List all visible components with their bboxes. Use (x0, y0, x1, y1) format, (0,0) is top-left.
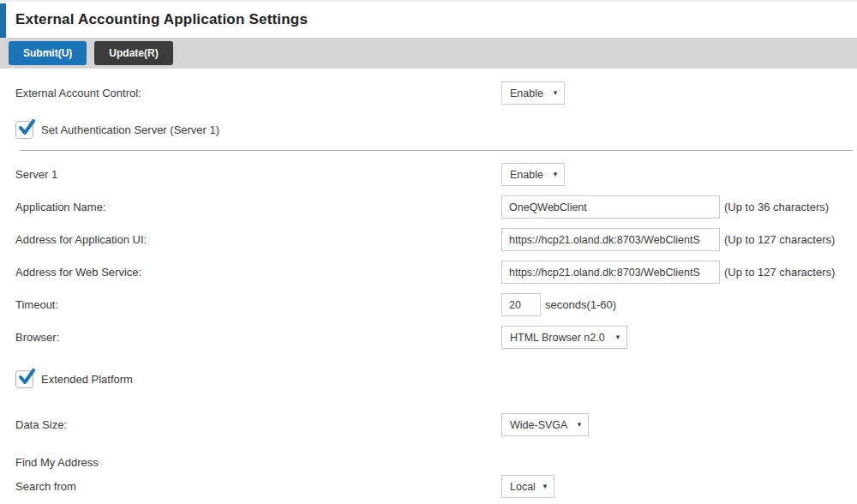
header-accent-bar (0, 3, 6, 38)
row-data-size: Data Size: Wide-SVGA ▼ (15, 413, 857, 436)
address-application-ui-label: Address for Application UI: (15, 233, 501, 246)
application-name-hint: (Up to 36 characters) (724, 201, 829, 213)
data-size-select[interactable]: Wide-SVGA (501, 413, 589, 436)
row-set-auth-server: Set Authentication Server (Server 1) (15, 121, 857, 139)
row-address-application-ui: Address for Application UI: (Up to 127 c… (15, 228, 857, 251)
checkmark-icon (18, 118, 37, 137)
page-title: External Accounting Application Settings (15, 11, 308, 28)
set-auth-server-label: Set Authentication Server (Server 1) (41, 123, 219, 136)
toolbar: Submit(U) Update(R) (0, 38, 857, 69)
address-web-service-label: Address for Web Service: (15, 266, 501, 279)
data-size-select-wrap: Wide-SVGA ▼ (501, 413, 589, 436)
address-web-service-hint: (Up to 127 characters) (724, 266, 835, 279)
address-web-service-input[interactable] (501, 261, 720, 284)
browser-select-wrap: HTML Browser n2.0 ▼ (501, 326, 627, 349)
address-application-ui-hint: (Up to 127 characters) (724, 233, 835, 246)
row-extended-platform: Extended Platform (15, 370, 857, 388)
find-my-address-label: Find My Address (15, 456, 501, 469)
timeout-label: Timeout: (15, 298, 501, 311)
row-address-web-service: Address for Web Service: (Up to 127 char… (15, 261, 857, 284)
update-button[interactable]: Update(R) (94, 41, 172, 65)
page-header: External Accounting Application Settings (0, 0, 857, 38)
timeout-hint: seconds(1-60) (545, 298, 616, 311)
extended-platform-checkbox[interactable] (15, 370, 33, 388)
settings-form: External Account Control: Enable ▼ Set A… (0, 81, 857, 498)
server1-select-wrap: Enable ▼ (501, 163, 565, 186)
external-account-control-select-wrap: Enable ▼ (501, 81, 565, 105)
row-find-my-address: Find My Address (15, 456, 857, 469)
search-from-select[interactable]: Local (501, 475, 554, 498)
search-from-label: Search from (15, 480, 501, 493)
server1-select[interactable]: Enable (501, 163, 565, 186)
server1-label: Server 1 (15, 168, 501, 181)
application-name-label: Application Name: (15, 201, 501, 213)
browser-select[interactable]: HTML Browser n2.0 (501, 326, 627, 349)
row-application-name: Application Name: (Up to 36 characters) (15, 195, 857, 219)
row-external-account-control: External Account Control: Enable ▼ (15, 81, 857, 105)
checkmark-icon (18, 368, 37, 387)
row-search-from: Search from Local ▼ (15, 475, 857, 498)
row-timeout: Timeout: seconds(1-60) (15, 293, 857, 316)
address-application-ui-input[interactable] (501, 228, 720, 251)
row-server1: Server 1 Enable ▼ (15, 163, 857, 186)
section-divider (20, 150, 853, 151)
browser-label: Browser: (15, 331, 501, 344)
set-auth-server-checkbox[interactable] (15, 121, 33, 139)
timeout-input[interactable] (501, 293, 541, 316)
data-size-label: Data Size: (15, 418, 501, 431)
external-account-control-select[interactable]: Enable (501, 81, 565, 105)
row-browser: Browser: HTML Browser n2.0 ▼ (15, 326, 857, 349)
external-account-control-label: External Account Control: (15, 87, 501, 99)
extended-platform-label: Extended Platform (41, 373, 133, 386)
search-from-select-wrap: Local ▼ (501, 475, 554, 498)
application-name-input[interactable] (501, 195, 720, 219)
submit-button[interactable]: Submit(U) (9, 41, 87, 65)
